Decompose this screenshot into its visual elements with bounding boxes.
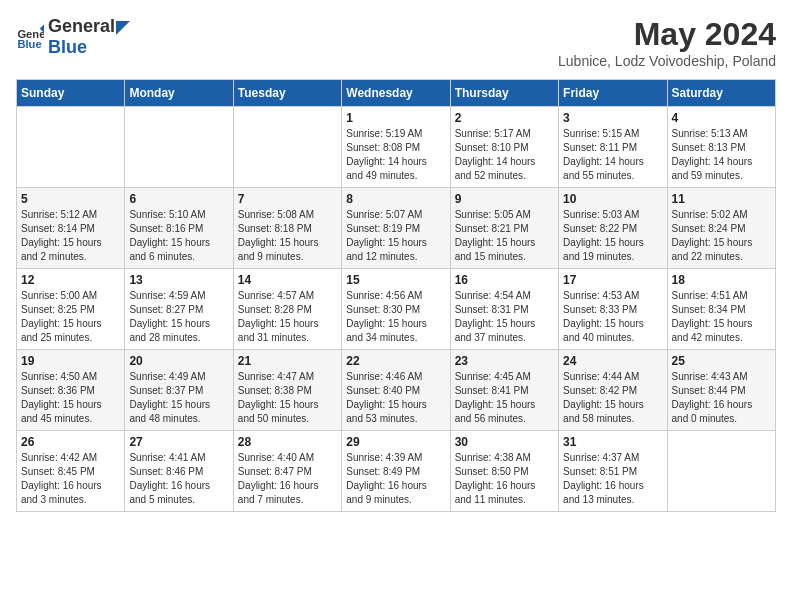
calendar-cell: 17Sunrise: 4:53 AM Sunset: 8:33 PM Dayli… (559, 269, 667, 350)
calendar-cell: 21Sunrise: 4:47 AM Sunset: 8:38 PM Dayli… (233, 350, 341, 431)
calendar-cell: 28Sunrise: 4:40 AM Sunset: 8:47 PM Dayli… (233, 431, 341, 512)
calendar-cell (233, 107, 341, 188)
day-info: Sunrise: 4:43 AM Sunset: 8:44 PM Dayligh… (672, 370, 771, 426)
calendar-cell: 13Sunrise: 4:59 AM Sunset: 8:27 PM Dayli… (125, 269, 233, 350)
day-info: Sunrise: 5:12 AM Sunset: 8:14 PM Dayligh… (21, 208, 120, 264)
calendar-cell: 3Sunrise: 5:15 AM Sunset: 8:11 PM Daylig… (559, 107, 667, 188)
day-number: 24 (563, 354, 662, 368)
day-number: 9 (455, 192, 554, 206)
calendar-cell: 4Sunrise: 5:13 AM Sunset: 8:13 PM Daylig… (667, 107, 775, 188)
calendar-table: SundayMondayTuesdayWednesdayThursdayFrid… (16, 79, 776, 512)
day-info: Sunrise: 4:57 AM Sunset: 8:28 PM Dayligh… (238, 289, 337, 345)
day-number: 19 (21, 354, 120, 368)
day-number: 5 (21, 192, 120, 206)
day-number: 21 (238, 354, 337, 368)
day-number: 3 (563, 111, 662, 125)
day-number: 31 (563, 435, 662, 449)
calendar-cell: 11Sunrise: 5:02 AM Sunset: 8:24 PM Dayli… (667, 188, 775, 269)
day-number: 7 (238, 192, 337, 206)
day-number: 25 (672, 354, 771, 368)
day-info: Sunrise: 5:15 AM Sunset: 8:11 PM Dayligh… (563, 127, 662, 183)
day-number: 6 (129, 192, 228, 206)
calendar-cell: 30Sunrise: 4:38 AM Sunset: 8:50 PM Dayli… (450, 431, 558, 512)
calendar-cell: 7Sunrise: 5:08 AM Sunset: 8:18 PM Daylig… (233, 188, 341, 269)
day-info: Sunrise: 4:45 AM Sunset: 8:41 PM Dayligh… (455, 370, 554, 426)
calendar-cell: 22Sunrise: 4:46 AM Sunset: 8:40 PM Dayli… (342, 350, 450, 431)
day-info: Sunrise: 4:56 AM Sunset: 8:30 PM Dayligh… (346, 289, 445, 345)
day-info: Sunrise: 5:10 AM Sunset: 8:16 PM Dayligh… (129, 208, 228, 264)
calendar-week-row: 5Sunrise: 5:12 AM Sunset: 8:14 PM Daylig… (17, 188, 776, 269)
day-number: 13 (129, 273, 228, 287)
calendar-cell: 24Sunrise: 4:44 AM Sunset: 8:42 PM Dayli… (559, 350, 667, 431)
calendar-cell: 27Sunrise: 4:41 AM Sunset: 8:46 PM Dayli… (125, 431, 233, 512)
weekday-header-friday: Friday (559, 80, 667, 107)
calendar-cell: 2Sunrise: 5:17 AM Sunset: 8:10 PM Daylig… (450, 107, 558, 188)
svg-marker-3 (116, 21, 130, 35)
day-info: Sunrise: 5:08 AM Sunset: 8:18 PM Dayligh… (238, 208, 337, 264)
day-info: Sunrise: 5:13 AM Sunset: 8:13 PM Dayligh… (672, 127, 771, 183)
day-info: Sunrise: 5:02 AM Sunset: 8:24 PM Dayligh… (672, 208, 771, 264)
day-info: Sunrise: 4:42 AM Sunset: 8:45 PM Dayligh… (21, 451, 120, 507)
day-info: Sunrise: 4:50 AM Sunset: 8:36 PM Dayligh… (21, 370, 120, 426)
day-info: Sunrise: 5:07 AM Sunset: 8:19 PM Dayligh… (346, 208, 445, 264)
calendar-cell: 31Sunrise: 4:37 AM Sunset: 8:51 PM Dayli… (559, 431, 667, 512)
day-number: 20 (129, 354, 228, 368)
day-number: 16 (455, 273, 554, 287)
logo-triangle-icon (116, 21, 130, 35)
calendar-week-row: 1Sunrise: 5:19 AM Sunset: 8:08 PM Daylig… (17, 107, 776, 188)
calendar-cell: 15Sunrise: 4:56 AM Sunset: 8:30 PM Dayli… (342, 269, 450, 350)
day-number: 27 (129, 435, 228, 449)
month-title: May 2024 (558, 16, 776, 53)
day-number: 23 (455, 354, 554, 368)
day-number: 18 (672, 273, 771, 287)
calendar-cell: 6Sunrise: 5:10 AM Sunset: 8:16 PM Daylig… (125, 188, 233, 269)
day-number: 26 (21, 435, 120, 449)
day-number: 1 (346, 111, 445, 125)
day-info: Sunrise: 4:40 AM Sunset: 8:47 PM Dayligh… (238, 451, 337, 507)
calendar-cell: 18Sunrise: 4:51 AM Sunset: 8:34 PM Dayli… (667, 269, 775, 350)
logo-icon: General Blue (16, 23, 44, 51)
calendar-cell: 10Sunrise: 5:03 AM Sunset: 8:22 PM Dayli… (559, 188, 667, 269)
weekday-header-thursday: Thursday (450, 80, 558, 107)
calendar-cell: 9Sunrise: 5:05 AM Sunset: 8:21 PM Daylig… (450, 188, 558, 269)
calendar-cell (17, 107, 125, 188)
day-info: Sunrise: 4:51 AM Sunset: 8:34 PM Dayligh… (672, 289, 771, 345)
calendar-cell (125, 107, 233, 188)
day-info: Sunrise: 4:53 AM Sunset: 8:33 PM Dayligh… (563, 289, 662, 345)
calendar-cell: 12Sunrise: 5:00 AM Sunset: 8:25 PM Dayli… (17, 269, 125, 350)
calendar-week-row: 19Sunrise: 4:50 AM Sunset: 8:36 PM Dayli… (17, 350, 776, 431)
day-info: Sunrise: 4:41 AM Sunset: 8:46 PM Dayligh… (129, 451, 228, 507)
day-number: 30 (455, 435, 554, 449)
calendar-cell: 20Sunrise: 4:49 AM Sunset: 8:37 PM Dayli… (125, 350, 233, 431)
day-number: 22 (346, 354, 445, 368)
calendar-cell: 26Sunrise: 4:42 AM Sunset: 8:45 PM Dayli… (17, 431, 125, 512)
day-info: Sunrise: 4:54 AM Sunset: 8:31 PM Dayligh… (455, 289, 554, 345)
day-info: Sunrise: 4:37 AM Sunset: 8:51 PM Dayligh… (563, 451, 662, 507)
day-number: 28 (238, 435, 337, 449)
calendar-cell: 5Sunrise: 5:12 AM Sunset: 8:14 PM Daylig… (17, 188, 125, 269)
calendar-cell: 19Sunrise: 4:50 AM Sunset: 8:36 PM Dayli… (17, 350, 125, 431)
day-info: Sunrise: 5:03 AM Sunset: 8:22 PM Dayligh… (563, 208, 662, 264)
day-info: Sunrise: 4:39 AM Sunset: 8:49 PM Dayligh… (346, 451, 445, 507)
calendar-cell (667, 431, 775, 512)
day-number: 17 (563, 273, 662, 287)
logo-blue-text: Blue (48, 37, 87, 57)
logo: General Blue General Blue (16, 16, 131, 58)
svg-text:Blue: Blue (17, 38, 41, 50)
day-info: Sunrise: 4:44 AM Sunset: 8:42 PM Dayligh… (563, 370, 662, 426)
calendar-cell: 25Sunrise: 4:43 AM Sunset: 8:44 PM Dayli… (667, 350, 775, 431)
day-number: 8 (346, 192, 445, 206)
day-info: Sunrise: 4:46 AM Sunset: 8:40 PM Dayligh… (346, 370, 445, 426)
page-header: General Blue General Blue May 2024 Lubni… (16, 16, 776, 69)
calendar-week-row: 26Sunrise: 4:42 AM Sunset: 8:45 PM Dayli… (17, 431, 776, 512)
day-number: 11 (672, 192, 771, 206)
weekday-header-monday: Monday (125, 80, 233, 107)
day-info: Sunrise: 4:59 AM Sunset: 8:27 PM Dayligh… (129, 289, 228, 345)
day-info: Sunrise: 4:38 AM Sunset: 8:50 PM Dayligh… (455, 451, 554, 507)
calendar-header-row: SundayMondayTuesdayWednesdayThursdayFrid… (17, 80, 776, 107)
day-info: Sunrise: 5:17 AM Sunset: 8:10 PM Dayligh… (455, 127, 554, 183)
calendar-cell: 23Sunrise: 4:45 AM Sunset: 8:41 PM Dayli… (450, 350, 558, 431)
calendar-cell: 14Sunrise: 4:57 AM Sunset: 8:28 PM Dayli… (233, 269, 341, 350)
weekday-header-sunday: Sunday (17, 80, 125, 107)
day-number: 4 (672, 111, 771, 125)
